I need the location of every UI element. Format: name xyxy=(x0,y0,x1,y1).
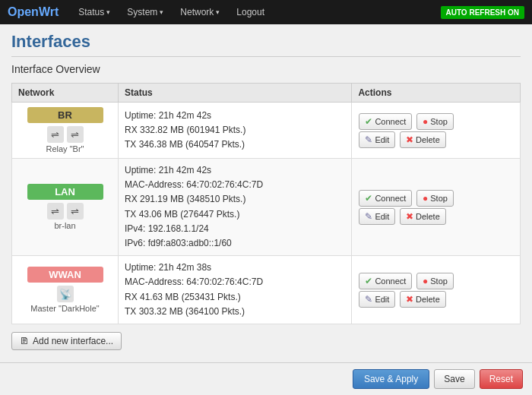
table-row: LAN ⇌ ⇌ br-lan Uptime: 21h 42m 42s MAC-A… xyxy=(12,159,521,256)
net-label-wwan: Master "DarkHole" xyxy=(18,304,112,313)
nav-logout[interactable]: Logout xyxy=(229,2,272,22)
save-apply-button[interactable]: Save & Apply xyxy=(353,369,429,389)
stop-button-br[interactable]: ● Stop xyxy=(416,113,454,130)
stop-icon: ● xyxy=(423,193,428,204)
wwan-icon: 📡 xyxy=(57,286,74,302)
net-cell-wwan: WWAN 📡 Master "DarkHole" xyxy=(12,256,119,324)
delete-icon: ✖ xyxy=(406,294,413,305)
status-cell-br: Uptime: 21h 42m 42s RX 332.82 MB (601941… xyxy=(119,103,352,159)
col-network: Network xyxy=(12,84,119,103)
net-cell-lan: LAN ⇌ ⇌ br-lan xyxy=(12,159,119,256)
chevron-down-icon: ▾ xyxy=(216,8,220,16)
delete-button-br[interactable]: ✖ Delete xyxy=(400,131,446,148)
nav-menu: Status ▾ System ▾ Network ▾ Logout xyxy=(71,2,440,22)
connect-icon: ✔ xyxy=(365,276,372,286)
page-title: Interfaces xyxy=(11,32,521,57)
connect-icon: ✔ xyxy=(365,193,372,204)
table-row: BR ⇌ ⇌ Relay "Br" Uptime: 21h 42m 42s RX… xyxy=(12,103,521,159)
connect-button-br[interactable]: ✔ Connect xyxy=(359,113,412,130)
lan-icon: ⇌ xyxy=(47,203,64,220)
edit-button-lan[interactable]: ✎ Edit xyxy=(359,208,395,225)
add-interface-button[interactable]: 🖹 Add new interface... xyxy=(11,332,122,350)
table-row: WWAN 📡 Master "DarkHole" Uptime: 21h 42m… xyxy=(12,256,521,324)
lan-icon-2: ⇌ xyxy=(67,203,84,220)
net-label-lan: br-lan xyxy=(18,221,112,230)
delete-icon: ✖ xyxy=(406,134,413,145)
stop-icon: ● xyxy=(423,116,428,127)
actions-cell-lan: ✔ Connect ● Stop ✎ Edit ✖ xyxy=(352,159,521,256)
actions-cell-wwan: ✔ Connect ● Stop ✎ Edit ✖ xyxy=(352,256,521,324)
delete-button-wwan[interactable]: ✖ Delete xyxy=(400,291,446,308)
reset-button[interactable]: Reset xyxy=(480,369,523,389)
connect-button-lan[interactable]: ✔ Connect xyxy=(359,190,412,207)
edit-icon: ✎ xyxy=(365,211,372,222)
net-badge-br: BR xyxy=(27,107,103,123)
add-icon: 🖹 xyxy=(20,336,29,346)
connect-button-wwan[interactable]: ✔ Connect xyxy=(359,273,412,289)
stop-icon: ● xyxy=(423,276,428,286)
brand-open: Open xyxy=(8,5,39,18)
edit-icon: ✎ xyxy=(365,294,372,305)
delete-button-lan[interactable]: ✖ Delete xyxy=(400,208,446,225)
relay-icon: ⇌ xyxy=(47,126,64,143)
net-cell-br: BR ⇌ ⇌ Relay "Br" xyxy=(12,103,119,159)
brand-wrt: Wrt xyxy=(39,5,59,18)
edit-icon: ✎ xyxy=(365,134,372,145)
nav-network[interactable]: Network ▾ xyxy=(173,2,227,22)
brand: OpenWrt xyxy=(8,5,59,19)
net-badge-lan: LAN xyxy=(27,184,103,200)
relay-icon-2: ⇌ xyxy=(67,126,84,143)
edit-button-wwan[interactable]: ✎ Edit xyxy=(359,291,395,308)
autorefresh-badge: AUTO REFRESH ON xyxy=(441,6,525,19)
stop-button-lan[interactable]: ● Stop xyxy=(416,190,454,207)
net-badge-wwan: WWAN xyxy=(27,267,103,283)
col-actions: Actions xyxy=(352,84,521,103)
save-button[interactable]: Save xyxy=(434,369,474,389)
footer-bar: Save & Apply Save Reset xyxy=(0,362,532,395)
stop-button-wwan[interactable]: ● Stop xyxy=(416,273,454,289)
actions-cell-br: ✔ Connect ● Stop ✎ Edit ✖ xyxy=(352,103,521,159)
nav-status[interactable]: Status ▾ xyxy=(71,2,118,22)
delete-icon: ✖ xyxy=(406,211,413,222)
status-cell-lan: Uptime: 21h 42m 42s MAC-Address: 64:70:0… xyxy=(119,159,352,256)
chevron-down-icon: ▾ xyxy=(106,8,110,16)
nav-system[interactable]: System ▾ xyxy=(119,2,171,22)
connect-icon: ✔ xyxy=(365,116,372,127)
edit-button-br[interactable]: ✎ Edit xyxy=(359,131,395,148)
section-title: Interface Overview xyxy=(11,63,521,75)
interfaces-table: Network Status Actions BR ⇌ ⇌ Relay "Br" xyxy=(11,83,521,324)
status-cell-wwan: Uptime: 21h 42m 38s MAC-Address: 64:70:0… xyxy=(119,256,352,324)
col-status: Status xyxy=(119,84,352,103)
topnav: OpenWrt Status ▾ System ▾ Network ▾ Logo… xyxy=(0,0,532,24)
net-label-br: Relay "Br" xyxy=(18,144,112,153)
chevron-down-icon: ▾ xyxy=(160,8,163,16)
